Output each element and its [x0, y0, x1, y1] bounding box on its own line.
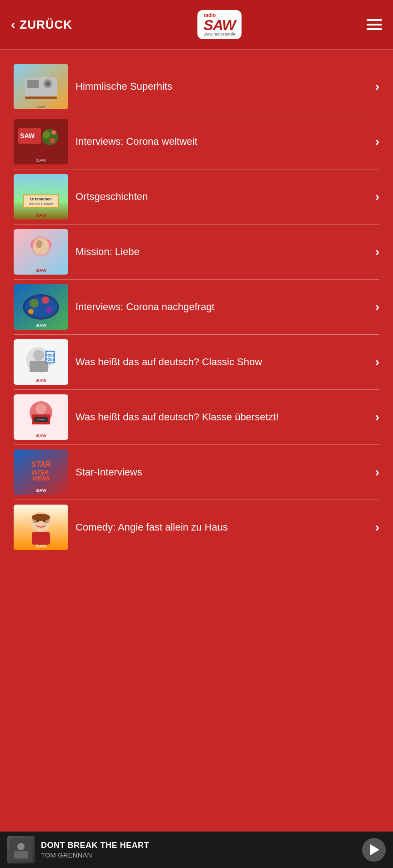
svg-point-13 — [50, 138, 55, 143]
svg-point-4 — [45, 82, 50, 86]
list-item-label: Mission: Liebe — [68, 246, 375, 258]
svg-point-24 — [36, 240, 42, 248]
item-thumbnail: iSAW — [14, 229, 68, 275]
svg-text:und ihre Herkunft: und ihre Herkunft — [29, 202, 53, 205]
svg-point-31 — [46, 306, 52, 313]
chevron-right-icon: › — [375, 245, 379, 259]
now-playing-info: DONT BREAK THE HEART TOM GRENNAN — [41, 841, 356, 859]
content-area: iSAW Himmlische Superhits› SAW iSAW Inte… — [0, 50, 393, 832]
svg-point-29 — [30, 299, 39, 308]
item-thumbnail: iSAW — [14, 284, 68, 330]
svg-point-60 — [36, 520, 39, 522]
logo-box: radio SAW www.radiosaw.de — [197, 10, 242, 39]
logo-saw-text: SAW — [204, 18, 236, 32]
svg-point-32 — [28, 309, 34, 314]
svg-text:Ortsnamen: Ortsnamen — [30, 197, 52, 201]
list-item-label: Star-Interviews — [68, 466, 375, 478]
menu-button[interactable] — [367, 19, 382, 30]
svg-point-36 — [33, 350, 44, 361]
svg-point-12 — [51, 130, 56, 135]
item-thumbnail: Klasse iSAW — [14, 394, 68, 440]
svg-point-45 — [35, 403, 46, 414]
svg-text:SAW: SAW — [20, 132, 35, 139]
now-playing-artist: TOM GRENNAN — [41, 851, 356, 859]
svg-text:iSAW: iSAW — [35, 213, 46, 218]
back-button[interactable]: ‹ ZURÜCK — [11, 17, 72, 32]
back-label: ZURÜCK — [20, 18, 72, 32]
app-header: ‹ ZURÜCK radio SAW www.radiosaw.de — [0, 0, 393, 50]
svg-text:PONS: PONS — [45, 358, 55, 361]
logo: radio SAW www.radiosaw.de — [197, 10, 242, 39]
list-item-label: Comedy: Angie fast allein zu Haus — [68, 521, 375, 533]
list-item-label: Was heißt das auf deutsch? Classic Show — [68, 356, 375, 368]
svg-text:iSAW: iSAW — [35, 488, 46, 493]
chevron-right-icon: › — [375, 300, 379, 314]
list-item[interactable]: Ortsnamen und ihre Herkunft iSAW Ortsges… — [7, 169, 386, 220]
svg-rect-62 — [32, 532, 50, 545]
chevron-right-icon: › — [375, 465, 379, 480]
item-thumbnail: iSAW — [14, 64, 68, 109]
svg-point-65 — [17, 843, 25, 850]
svg-text:iSAW: iSAW — [35, 434, 46, 438]
menu-line-2 — [367, 24, 382, 26]
svg-text:STAR: STAR — [31, 460, 51, 468]
list-item-label: Interviews: Corona weltweit — [68, 136, 375, 148]
list-item[interactable]: iSAW Comedy: Angie fast allein zu Haus› — [7, 500, 386, 550]
item-thumbnail: Ortsnamen und ihre Herkunft iSAW — [14, 174, 68, 220]
chevron-right-icon: › — [375, 520, 379, 535]
list-item-label: Was heißt das auf deutsch? Klasse überse… — [68, 411, 375, 423]
back-arrow-icon: ‹ — [11, 17, 15, 32]
chevron-right-icon: › — [375, 410, 379, 424]
svg-text:INTER-: INTER- — [32, 470, 50, 476]
now-playing-thumbnail — [7, 836, 35, 863]
menu-line-1 — [367, 19, 382, 21]
chevron-right-icon: › — [375, 134, 379, 149]
podcast-list: iSAW Himmlische Superhits› SAW iSAW Inte… — [7, 59, 386, 550]
now-playing-title: DONT BREAK THE HEART — [41, 841, 356, 850]
svg-rect-5 — [25, 97, 57, 99]
svg-text:PONS: PONS — [45, 354, 55, 357]
list-item[interactable]: PONS PONS iSAW Was heißt das auf deutsch… — [7, 335, 386, 385]
svg-rect-2 — [27, 80, 39, 88]
list-item-label: Ortsgeschichten — [68, 191, 375, 203]
list-item[interactable]: iSAW Himmlische Superhits› — [7, 59, 386, 109]
list-item[interactable]: iSAW Interviews: Corona nachgefragt› — [7, 280, 386, 330]
chevron-right-icon: › — [375, 189, 379, 204]
play-button[interactable] — [362, 838, 386, 862]
now-playing-thumb-inner — [7, 836, 35, 863]
chevron-right-icon: › — [375, 79, 379, 94]
svg-text:VIEWS: VIEWS — [32, 475, 50, 482]
item-thumbnail: SAW iSAW — [14, 119, 68, 164]
logo-url-text: www.radiosaw.de — [204, 32, 236, 36]
item-thumbnail: iSAW — [14, 505, 68, 550]
item-thumbnail: STAR INTER- VIEWS iSAW — [14, 449, 68, 495]
list-item[interactable]: SAW iSAW Interviews: Corona weltweit› — [7, 114, 386, 164]
list-item-label: Himmlische Superhits — [68, 81, 375, 92]
now-playing-bar: DONT BREAK THE HEART TOM GRENNAN — [0, 832, 393, 868]
svg-text:iSAW: iSAW — [35, 544, 46, 548]
play-icon — [370, 844, 379, 855]
svg-text:iSAW: iSAW — [35, 323, 46, 328]
list-item-label: Interviews: Corona nachgefragt — [68, 301, 375, 313]
svg-text:iSAW: iSAW — [36, 158, 46, 163]
svg-text:iSAW: iSAW — [35, 378, 46, 383]
svg-text:iSAW: iSAW — [35, 268, 46, 273]
svg-text:Klasse: Klasse — [37, 418, 45, 421]
list-item[interactable]: Klasse iSAW Was heißt das auf deutsch? K… — [7, 390, 386, 440]
list-item[interactable]: iSAW Mission: Liebe› — [7, 225, 386, 275]
now-playing-thumb-svg — [10, 838, 32, 861]
svg-point-11 — [43, 131, 50, 138]
list-item[interactable]: STAR INTER- VIEWS iSAW Star-Interviews› — [7, 445, 386, 495]
chevron-right-icon: › — [375, 355, 379, 369]
svg-point-59 — [32, 514, 50, 521]
svg-point-61 — [43, 520, 45, 522]
menu-line-3 — [367, 28, 382, 30]
svg-rect-66 — [14, 851, 28, 858]
item-thumbnail: PONS PONS iSAW — [14, 339, 68, 385]
svg-rect-37 — [30, 361, 48, 372]
svg-text:iSAW: iSAW — [36, 105, 45, 109]
svg-point-30 — [42, 296, 49, 304]
